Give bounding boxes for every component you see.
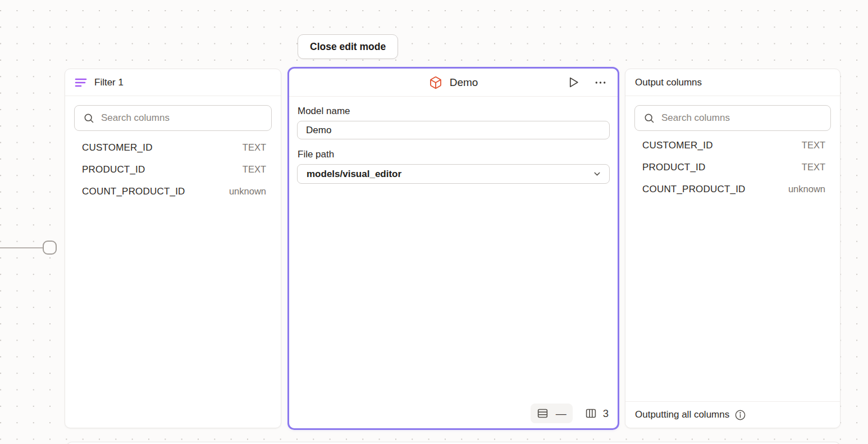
column-row[interactable]: COUNT_PRODUCT_ID unknown [74,180,272,202]
row-count-stat[interactable]: — [531,404,573,423]
filter-node-panel[interactable]: Filter 1 CUSTOMER_ID TEXT PRODUCT_ID TEX… [65,69,281,428]
more-options-button[interactable] [593,75,608,90]
column-row[interactable]: CUSTOMER_ID TEXT [74,137,272,158]
ellipsis-icon [594,76,607,89]
column-name: PRODUCT_ID [642,162,706,173]
connector-edge [0,247,43,248]
output-search-input[interactable] [661,112,822,124]
column-count-stat[interactable]: 3 [585,407,609,420]
play-icon [567,75,581,89]
run-model-button[interactable] [565,74,582,90]
output-panel-header: Output columns [625,69,840,96]
output-panel-title: Output columns [635,77,702,88]
output-footer-text: Outputting all columns [635,409,729,420]
filter-search-input[interactable] [101,112,263,124]
file-path-select[interactable]: models/visual_editor [297,164,610,184]
model-cube-icon [429,76,442,89]
filter-column-list: CUSTOMER_ID TEXT PRODUCT_ID TEXT COUNT_P… [74,137,272,202]
column-name: PRODUCT_ID [82,164,145,175]
column-row[interactable]: COUNT_PRODUCT_ID unknown [634,178,831,200]
column-name: COUNT_PRODUCT_ID [642,184,746,195]
output-columns-panel[interactable]: Output columns CUSTOMER_ID TEXT PRODUCT_… [625,69,840,428]
chevron-down-icon [592,169,602,179]
output-search-box[interactable] [634,105,831,131]
model-node-panel-selected[interactable]: Demo Model name File path [287,67,619,430]
column-type: unknown [229,186,266,197]
column-count-value: 3 [603,407,609,420]
output-footer: Outputting all columns [625,401,840,428]
column-name: CUSTOMER_ID [82,142,153,153]
bottom-node-panel[interactable] [66,442,840,444]
filter-search-box[interactable] [74,105,272,131]
model-name-input[interactable] [297,121,610,139]
model-name-label: Model name [298,106,610,117]
filter-panel-header: Filter 1 [65,69,281,96]
rows-icon [537,407,549,419]
model-panel-title: Demo [450,76,478,89]
column-row[interactable]: PRODUCT_ID TEXT [74,158,272,180]
filter-panel-title: Filter 1 [94,77,124,88]
model-result-stats: — 3 [531,404,609,423]
column-name: CUSTOMER_ID [642,140,713,151]
filter-icon [75,78,87,88]
output-column-list: CUSTOMER_ID TEXT PRODUCT_ID TEXT COUNT_P… [634,134,831,200]
columns-icon [585,407,597,419]
column-name: COUNT_PRODUCT_ID [82,186,185,197]
close-edit-mode-button[interactable]: Close edit mode [298,34,398,59]
column-type: TEXT [802,162,825,173]
column-type: unknown [788,184,825,194]
info-icon[interactable] [734,409,746,421]
column-type: TEXT [243,164,266,175]
connector-handle[interactable] [43,241,57,255]
column-type: TEXT [802,140,825,151]
search-icon [643,112,655,124]
column-row[interactable]: CUSTOMER_ID TEXT [634,134,831,156]
model-panel-header: Demo [289,69,618,97]
column-type: TEXT [243,142,266,153]
file-path-value: models/visual_editor [307,169,401,180]
row-count-value: — [556,408,567,419]
column-row[interactable]: PRODUCT_ID TEXT [634,156,831,178]
search-icon [83,112,94,124]
file-path-label: File path [298,149,610,160]
